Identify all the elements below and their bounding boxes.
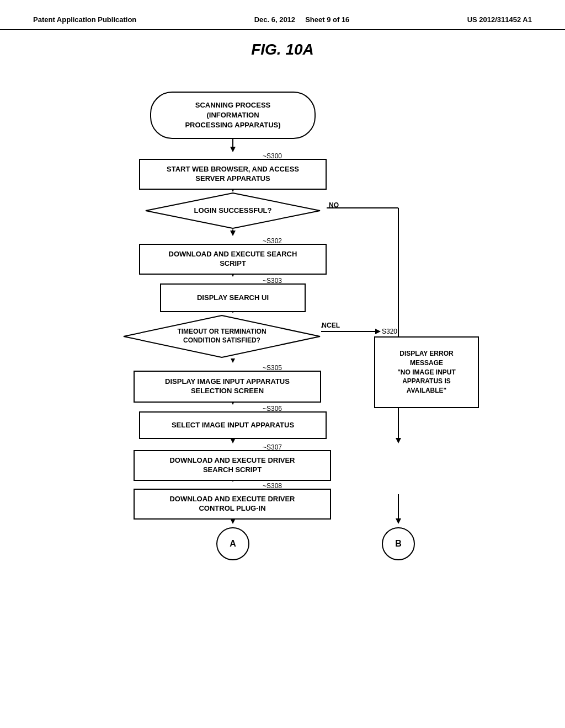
s320-box: DISPLAY ERROR MESSAGE "NO IMAGE INPUT AP…: [374, 336, 479, 408]
s301-diamond-text: LOGIN SUCCESSFUL?: [194, 206, 272, 216]
s308-box-text: DOWNLOAD AND EXECUTE DRIVER CONTROL PLUG…: [169, 495, 295, 513]
header-right: US 2012/311452 A1: [467, 15, 532, 24]
terminal-b: B: [382, 527, 415, 560]
s305-box-text: DISPLAY IMAGE INPUT APPARATUS SELECTION …: [165, 377, 290, 396]
s302-box-text: DOWNLOAD AND EXECUTE SEARCH SCRIPT: [169, 250, 297, 269]
s320-label-text: S320: [382, 328, 397, 335]
svg-marker-17: [375, 329, 381, 334]
s304-diamond-text: TIMEOUT OR TERMINATION CONDITION SATISFI…: [177, 328, 266, 345]
s301-no-text: NO: [329, 201, 339, 209]
svg-marker-5: [230, 231, 236, 236]
s305-box: DISPLAY IMAGE INPUT APPARATUS SELECTION …: [134, 371, 321, 403]
figure-title: FIG. 10A: [0, 41, 565, 58]
s320-label: S320: [382, 328, 397, 335]
s320-box-text: DISPLAY ERROR MESSAGE "NO IMAGE INPUT AP…: [397, 349, 456, 395]
s303-box-text: DISPLAY SEARCH UI: [197, 293, 269, 303]
s306-box-text: SELECT IMAGE INPUT APPARATUS: [172, 421, 294, 430]
figure-title-text: FIG. 10A: [251, 41, 314, 58]
svg-marker-1: [230, 147, 236, 152]
s304-diamond: TIMEOUT OR TERMINATION CONDITION SATISFI…: [122, 314, 321, 358]
s302-box: DOWNLOAD AND EXECUTE SEARCH SCRIPT: [139, 244, 327, 275]
s303-box: DISPLAY SEARCH UI: [160, 283, 306, 312]
terminal-b-text: B: [395, 539, 402, 549]
svg-marker-29: [396, 518, 401, 524]
terminal-a-text: A: [230, 539, 236, 549]
s301-diamond: LOGIN SUCCESSFUL?: [145, 192, 321, 229]
s300-box-text: START WEB BROWSER, AND ACCESS SERVER APP…: [167, 165, 299, 184]
date-label: Dec. 6, 2012: [254, 15, 295, 24]
s301-no-label: NO: [329, 201, 339, 209]
page-header: Patent Application Publication Dec. 6, 2…: [0, 0, 565, 30]
patent-number-label: US 2012/311452 A1: [467, 15, 532, 24]
s307-box-text: DOWNLOAD AND EXECUTE DRIVER SEARCH SCRIP…: [169, 456, 295, 475]
s300-box: START WEB BROWSER, AND ACCESS SERVER APP…: [139, 159, 327, 190]
flowchart: NO CANCEL →YES YES SCANNING PROCESS (INF…: [67, 75, 498, 682]
start-box-text: SCANNING PROCESS (INFORMATION PROCESSING…: [185, 100, 280, 131]
header-left: Patent Application Publication: [33, 15, 136, 24]
sheet-label: Sheet 9 of 16: [305, 15, 349, 24]
svg-marker-8: [396, 438, 401, 443]
terminal-a: A: [216, 527, 249, 560]
publication-label: Patent Application Publication: [33, 15, 136, 24]
header-center: Dec. 6, 2012 Sheet 9 of 16: [254, 15, 350, 24]
s308-box: DOWNLOAD AND EXECUTE DRIVER CONTROL PLUG…: [134, 489, 331, 520]
s306-box: SELECT IMAGE INPUT APPARATUS: [139, 411, 327, 439]
start-box: SCANNING PROCESS (INFORMATION PROCESSING…: [150, 92, 316, 139]
s307-box: DOWNLOAD AND EXECUTE DRIVER SEARCH SCRIP…: [134, 450, 331, 481]
